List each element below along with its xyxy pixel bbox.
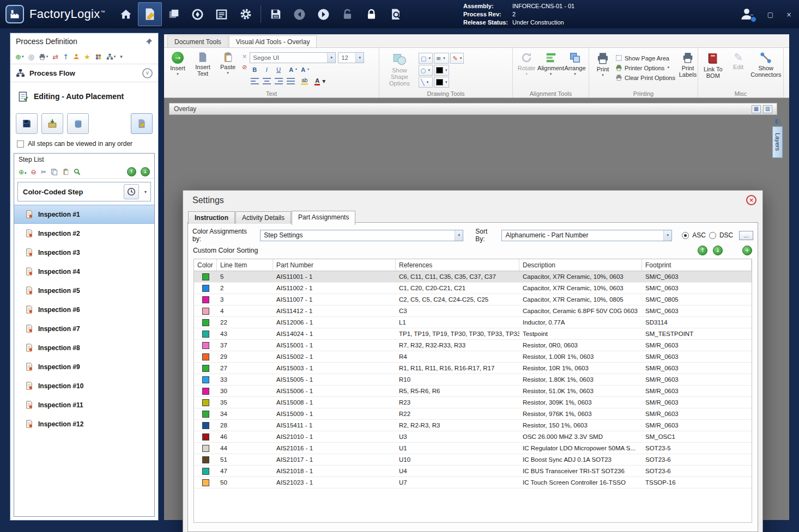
settings-button[interactable] <box>234 2 258 26</box>
forward-button[interactable] <box>312 2 336 26</box>
color-assignments-select[interactable]: Step Settings <box>260 230 463 241</box>
cut-button[interactable] <box>41 168 46 176</box>
ribbon-tab[interactable]: Visual Aid Tools - Overlay <box>229 35 317 47</box>
step-list-item[interactable]: Inspection #12 <box>14 414 154 433</box>
italic-button[interactable]: I <box>262 65 271 75</box>
dialog-close-button[interactable] <box>746 195 756 205</box>
step-list-item[interactable]: Inspection #7 <box>14 319 154 338</box>
table-row[interactable]: 47 AIS21018 - 1 U4 IC BUS Transceiver TR… <box>194 466 752 477</box>
table-row[interactable]: 44 AIS21016 - 1 U1 IC Regulator LDO Micr… <box>194 443 752 454</box>
grow-font-button[interactable]: A <box>289 66 293 73</box>
edit-button[interactable]: Edit <box>727 50 750 89</box>
step-list-item[interactable]: Inspection #11 <box>14 395 154 414</box>
table-row[interactable]: 34 AIS15009 - 1 R22 Resistor, 976K 1%, 0… <box>194 408 752 420</box>
insert-text-button[interactable]: Insert Text <box>190 50 215 89</box>
add-button[interactable] <box>15 53 23 60</box>
add-step-button[interactable] <box>19 168 27 176</box>
table-row[interactable]: 2 AIS11002 - 1 C1, C20, C20-C21, C21 Cap… <box>194 283 752 294</box>
move-step-down-button[interactable] <box>141 167 150 176</box>
remove-format-icon[interactable] <box>242 64 247 70</box>
printer-options-button[interactable]: Printer Options <box>615 64 675 71</box>
colors-button[interactable] <box>95 53 102 60</box>
import-button[interactable] <box>41 113 63 134</box>
print-labels-button[interactable]: Print Labels <box>676 50 699 89</box>
link-to-bom-button[interactable]: Link To BOM <box>700 50 726 89</box>
table-row[interactable]: 5 AIS11001 - 1 C6, C11, C11, C35, C35, C… <box>194 271 752 283</box>
table-header-cell[interactable]: Description <box>519 259 642 271</box>
table-row[interactable]: 37 AIS15001 - 1 R7, R32, R32-R33, R33 Re… <box>194 340 752 351</box>
step-list-item[interactable]: Inspection #8 <box>14 338 154 357</box>
align-center-button[interactable] <box>262 76 271 86</box>
more-tools-button[interactable] <box>120 54 123 59</box>
step-list-item[interactable]: Inspection #4 <box>14 262 154 281</box>
edit-layout-button[interactable] <box>131 113 153 134</box>
table-row[interactable]: 43 AIS14024 - 1 TP1, TP19, TP19, TP30, T… <box>194 328 752 340</box>
delete-text-icon[interactable] <box>242 53 247 59</box>
layers-tab[interactable]: Layers <box>772 126 783 158</box>
show-connectors-button[interactable]: Show Connectors <box>751 50 781 89</box>
table-row[interactable]: 46 AIS21010 - 1 U3 OSC 26.000 MHZ 3.3V S… <box>194 431 752 443</box>
collapse-toggle-icon[interactable] <box>142 68 153 78</box>
highlight-button[interactable]: ab <box>301 77 308 85</box>
font-family-select[interactable]: Segoe UI <box>250 52 336 63</box>
documents-button[interactable] <box>210 2 234 26</box>
table-row[interactable]: 29 AIS15002 - 1 R4 Resistor, 1.00R 1%, 0… <box>194 351 752 363</box>
align-left-button[interactable] <box>250 76 259 86</box>
rectangle-tool[interactable] <box>419 53 433 64</box>
window-close-button[interactable] <box>785 11 792 19</box>
line-color-picker[interactable] <box>434 77 450 88</box>
line-style-picker[interactable] <box>434 53 450 64</box>
justify-button[interactable] <box>286 76 295 86</box>
navigator-button[interactable] <box>186 2 210 26</box>
move-step-up-button[interactable] <box>127 167 136 176</box>
save-step-button[interactable] <box>16 113 38 134</box>
order-checkbox[interactable] <box>17 140 24 148</box>
ribbon-tab[interactable]: Document Tools <box>167 35 228 47</box>
step-type-selector[interactable]: Color-Coded Step <box>17 182 151 201</box>
more-options-button[interactable]: ... <box>739 231 753 240</box>
font-size-select[interactable]: 12 <box>338 52 364 63</box>
chevron-down-icon[interactable] <box>141 189 150 194</box>
line-tool[interactable] <box>419 77 433 88</box>
window-restore-button[interactable] <box>767 11 774 19</box>
step-list-item[interactable]: Inspection #3 <box>14 243 154 262</box>
favorites-button[interactable] <box>84 53 90 60</box>
step-list-item[interactable]: Inspection #10 <box>14 376 154 395</box>
step-list-item[interactable]: Inspection #5 <box>14 281 154 300</box>
move-row-down-button[interactable] <box>713 246 723 255</box>
tree-view-button[interactable] <box>106 53 116 60</box>
table-header-cell[interactable]: Part Number <box>273 259 396 271</box>
font-color-dropdown[interactable] <box>322 78 325 84</box>
copy-button[interactable] <box>51 168 58 175</box>
shrink-font-button[interactable]: A <box>301 66 305 73</box>
underline-button[interactable]: U <box>274 65 283 75</box>
paste-button[interactable] <box>62 168 69 175</box>
show-shape-options-button[interactable]: Show Shape Options <box>382 50 417 89</box>
dock-panel-icon[interactable] <box>772 117 783 125</box>
table-row[interactable]: 30 AIS15006 - 1 R5, R5-R6, R6 Resistor, … <box>194 386 752 397</box>
table-row[interactable]: 33 AIS15005 - 1 R10 Resistor, 1.80K 1%, … <box>194 374 752 386</box>
sort-by-select[interactable]: Alphanumeric - Part Number <box>501 230 672 241</box>
pen-color-picker[interactable] <box>450 53 464 64</box>
dialog-tab[interactable]: Instruction <box>188 211 235 224</box>
save-button[interactable] <box>264 2 288 26</box>
upload-button[interactable] <box>63 53 69 60</box>
dialog-tab[interactable]: Activity Details <box>235 211 291 224</box>
align-right-button[interactable] <box>274 76 283 86</box>
font-color-button[interactable]: A <box>314 77 320 85</box>
table-header-cell[interactable]: Footprint <box>642 259 752 271</box>
table-row[interactable]: 51 AIS21017 - 1 U10 IC Boost Sync ADJ 0.… <box>194 454 752 466</box>
step-list-item[interactable]: Inspection #2 <box>14 224 154 243</box>
timer-button[interactable] <box>124 184 139 199</box>
materials-button[interactable] <box>162 2 186 26</box>
print-button[interactable] <box>39 53 49 60</box>
window-minimize-button[interactable] <box>748 11 755 19</box>
process-flow-item[interactable]: Process Flow <box>10 64 158 82</box>
add-color-button[interactable] <box>742 246 752 255</box>
home-button[interactable] <box>114 2 138 26</box>
print-button[interactable]: Print <box>591 50 614 89</box>
step-list-item[interactable]: Inspection #9 <box>14 357 154 376</box>
assign-user-button[interactable] <box>73 53 80 60</box>
pin-icon[interactable] <box>146 38 153 45</box>
table-header-cell[interactable]: Line Item <box>217 259 273 271</box>
